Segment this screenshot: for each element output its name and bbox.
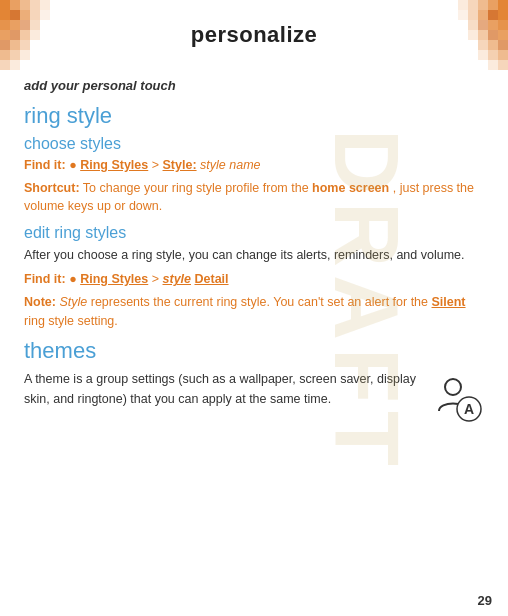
svg-rect-4 [40,0,50,10]
note-style-italic: Style [59,295,87,309]
svg-rect-6 [10,10,20,20]
main-content: DRAFT add your personal touch ring style… [0,70,508,448]
find-it-arrow-1: > [152,158,163,172]
svg-rect-27 [488,0,498,10]
find-it-ring-styles: Ring Styles [80,158,148,172]
svg-rect-15 [10,30,20,40]
edit-find-it-detail: Detail [195,272,229,286]
edit-ring-styles-heading: edit ring styles [24,224,484,242]
ring-style-section: ring style [24,103,484,129]
svg-rect-34 [468,10,478,20]
svg-rect-40 [498,30,508,40]
edit-find-it-ring-styles: Ring Styles [80,272,148,286]
edit-find-it-dot: ● [69,272,80,286]
svg-rect-44 [498,40,508,50]
svg-rect-41 [488,30,498,40]
note-silent: Silent [432,295,466,309]
page-title: personalize [191,22,318,48]
edit-ring-styles-section: edit ring styles After you choose a ring… [24,224,484,330]
svg-rect-21 [0,50,10,60]
page-number: 29 [478,593,492,608]
themes-icon: A [432,372,484,424]
svg-rect-48 [488,50,498,60]
themes-body: A theme is a group settings (such as a w… [24,370,422,409]
choose-styles-shortcut: Shortcut: To change your ring style prof… [24,179,484,217]
themes-body-text: is a group settings (such as a wallpaper… [24,372,416,405]
svg-rect-26 [498,0,508,10]
svg-rect-38 [478,20,488,30]
svg-rect-22 [10,50,20,60]
svg-rect-35 [458,10,468,20]
svg-rect-23 [20,50,30,60]
svg-rect-36 [498,20,508,30]
svg-rect-14 [0,30,10,40]
svg-rect-9 [40,10,50,20]
svg-rect-24 [0,60,10,70]
edit-ring-find-it: Find it: ● Ring Styles > style Detail [24,271,484,289]
edit-find-it-label: Find it: [24,272,66,286]
find-it-dot-icon: ● [69,158,80,172]
svg-rect-47 [498,50,508,60]
header-decoration-right [448,0,508,70]
shortcut-home-screen: home screen [312,181,389,195]
svg-rect-45 [488,40,498,50]
svg-point-52 [445,379,461,395]
ring-style-heading: ring style [24,103,484,129]
svg-rect-8 [30,10,40,20]
svg-rect-7 [20,10,30,20]
svg-rect-11 [10,20,20,30]
choose-styles-heading: choose styles [24,135,484,153]
svg-rect-16 [20,30,30,40]
svg-rect-49 [478,50,488,60]
svg-rect-42 [478,30,488,40]
svg-rect-29 [468,0,478,10]
svg-text:A: A [464,401,474,417]
svg-rect-50 [498,60,508,70]
svg-rect-31 [498,10,508,20]
themes-body-italic: theme [35,372,70,386]
themes-svg-icon: A [433,373,483,423]
themes-heading: themes [24,338,484,364]
shortcut-label: Shortcut: [24,181,80,195]
themes-body-prefix: A [24,372,35,386]
svg-rect-39 [468,20,478,30]
svg-rect-30 [458,0,468,10]
edit-ring-note: Note: Style represents the current ring … [24,293,484,331]
svg-rect-13 [30,20,40,30]
page-header: personalize [0,0,508,70]
page-subtitle: add your personal touch [24,78,484,93]
note-text-1: represents the current ring style. You c… [91,295,432,309]
themes-section: themes A theme is a group settings (such… [24,338,484,424]
svg-rect-3 [30,0,40,10]
svg-rect-17 [30,30,40,40]
edit-find-it-arrow: > [152,272,163,286]
choose-styles-section: choose styles Find it: ● Ring Styles > S… [24,135,484,216]
svg-rect-0 [0,0,10,10]
svg-rect-18 [0,40,10,50]
find-it-style-value: style name [200,158,260,172]
svg-rect-5 [0,10,10,20]
svg-rect-1 [10,0,20,10]
svg-rect-32 [488,10,498,20]
svg-rect-2 [20,0,30,10]
edit-ring-styles-body: After you choose a ring style, you can c… [24,246,484,265]
svg-rect-20 [20,40,30,50]
svg-rect-12 [20,20,30,30]
themes-content: A theme is a group settings (such as a w… [24,370,484,424]
choose-styles-find-it: Find it: ● Ring Styles > Style: style na… [24,157,484,175]
svg-rect-28 [478,0,488,10]
svg-rect-25 [10,60,20,70]
shortcut-text-1: To change your ring style profile from t… [83,181,312,195]
note-label: Note: [24,295,56,309]
svg-rect-43 [468,30,478,40]
svg-rect-37 [488,20,498,30]
note-text-2: ring style setting. [24,314,118,328]
svg-rect-51 [488,60,498,70]
edit-find-it-style: style [163,272,192,286]
svg-rect-33 [478,10,488,20]
svg-rect-19 [10,40,20,50]
svg-rect-46 [478,40,488,50]
svg-rect-10 [0,20,10,30]
find-it-label: Find it: [24,158,66,172]
find-it-style-label: Style: [163,158,197,172]
